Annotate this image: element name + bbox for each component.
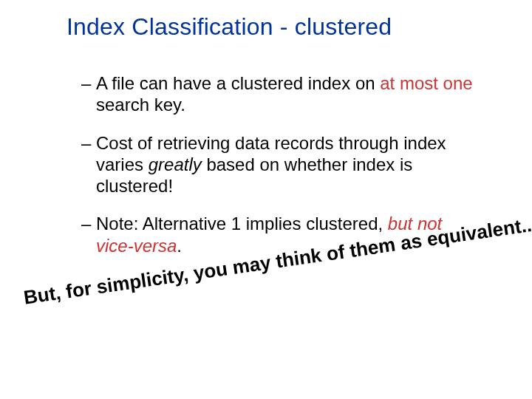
slide-title: Index Classification - clustered (66, 13, 392, 41)
bullet-text-post: search key. (96, 95, 185, 115)
bullet-text-emphasis: at most one (380, 73, 472, 93)
bullet-text-pre: A file can have a clustered index on (96, 73, 380, 93)
slide: Index Classification - clustered A file … (0, 0, 532, 399)
bullet-text-emphasis: greatly (149, 154, 202, 174)
bullet-text-pre: Note: Alternative 1 implies clustered, (96, 214, 388, 233)
bullet-text-post: . (177, 236, 182, 256)
bullet-item: A file can have a clustered index on at … (81, 72, 480, 116)
bullet-item: Cost of retrieving data records through … (81, 132, 480, 197)
